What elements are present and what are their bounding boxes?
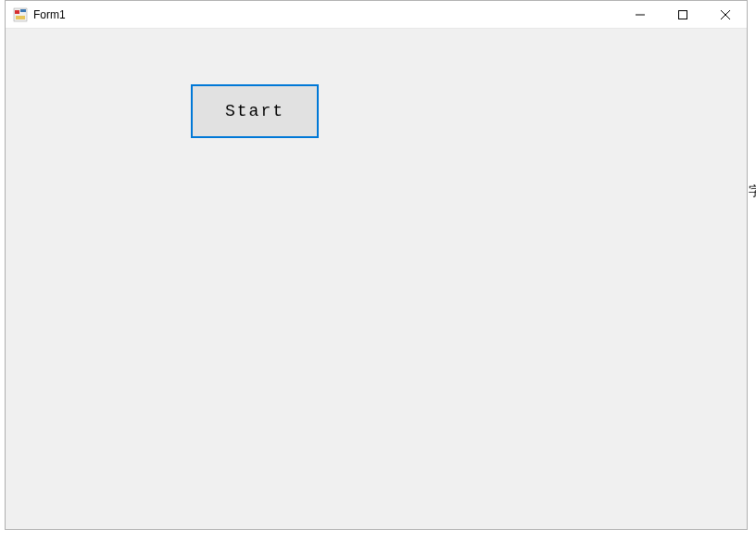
- titlebar-left: Form1: [13, 7, 66, 22]
- svg-rect-2: [20, 9, 26, 12]
- svg-rect-5: [679, 11, 687, 19]
- minimize-button[interactable]: [619, 1, 662, 29]
- titlebar-controls: [619, 1, 747, 28]
- minimize-icon: [636, 10, 645, 19]
- window-frame: Form1 Start: [5, 0, 748, 530]
- close-button[interactable]: [704, 1, 747, 29]
- maximize-button[interactable]: [662, 1, 704, 29]
- cropped-glyph: 字: [749, 183, 756, 200]
- client-area: Start: [6, 29, 747, 529]
- window-title: Form1: [33, 8, 66, 21]
- titlebar[interactable]: Form1: [6, 1, 747, 29]
- svg-rect-3: [16, 16, 25, 19]
- maximize-icon: [678, 10, 687, 19]
- svg-rect-1: [15, 10, 19, 14]
- close-icon: [721, 10, 730, 19]
- start-button[interactable]: Start: [191, 84, 319, 138]
- app-icon: [13, 7, 28, 22]
